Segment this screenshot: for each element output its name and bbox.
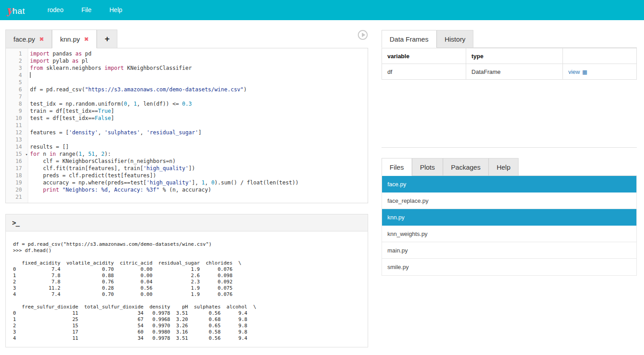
console-panel: >_ df = pd.read_csv("https://s3.amazonaw… <box>5 214 368 347</box>
line-number: 18 <box>6 172 28 179</box>
code-text <box>28 79 30 86</box>
file-list: face.pyface_replace.pyknn.pyknn_weights.… <box>382 176 637 276</box>
file-item-knn_weights.py[interactable]: knn_weights.py <box>382 226 636 242</box>
column-header: type <box>466 48 562 64</box>
menu-bar: rodeoFileHelp <box>39 0 131 20</box>
code-line: 3from sklearn.neighbors import KNeighbor… <box>6 64 368 72</box>
line-number: 20 <box>6 186 28 193</box>
tab-packages[interactable]: Packages <box>443 158 489 176</box>
line-number: 4 <box>6 72 28 79</box>
code-line: 10test = df[test_idx==False] <box>6 115 368 122</box>
table-row: dfDataFrameview▦ <box>382 64 637 80</box>
line-number: 3 <box>6 64 28 72</box>
code-line: 14results = [] <box>6 143 368 150</box>
code-text: import pylab as pl <box>28 57 88 64</box>
new-tab-button[interactable]: + <box>97 30 117 48</box>
code-line: 19 accuracy = np.where(preds==test['high… <box>6 179 368 186</box>
files-tab-bar: FilesPlotsPackagesHelp <box>382 158 637 176</box>
code-text: print "Neighbors: %d, Accuracy: %3f" % (… <box>28 186 211 193</box>
code-text: train = df[test_idx==True] <box>28 107 114 115</box>
file-item-main.py[interactable]: main.py <box>382 242 636 259</box>
code-text: results = [] <box>28 143 69 150</box>
code-line: 17 clf.fit(train[features], train['high_… <box>6 165 368 172</box>
tab-files[interactable]: Files <box>382 158 412 176</box>
plus-icon: + <box>105 34 110 44</box>
file-item-smile.py[interactable]: smile.py <box>382 259 636 275</box>
line-number: 10 <box>6 115 28 122</box>
menu-item-rodeo[interactable]: rodeo <box>39 0 73 20</box>
code-text: accuracy = np.where(preds==test['high_qu… <box>28 179 299 186</box>
code-line: 6df = pd.read_csv("https://s3.amazonaws.… <box>6 86 368 93</box>
editor-tab-knn.py[interactable]: knn.py✖ <box>52 30 97 48</box>
code-line: 12features = ['density', 'sulphates', 'r… <box>6 129 368 136</box>
table-header-row: variabletype <box>382 48 637 64</box>
code-text <box>28 193 30 201</box>
code-text: from sklearn.neighbors import KNeighbors… <box>28 64 192 72</box>
code-text: preds = clf.predict(test[features]) <box>28 172 156 179</box>
close-tab-icon[interactable]: ✖ <box>84 36 89 43</box>
dataframes-tab-bar: Data FramesHistory <box>382 30 637 48</box>
tab-history[interactable]: History <box>437 30 474 48</box>
code-line: 4 <box>6 72 368 79</box>
code-text: df = pd.read_csv("https://s3.amazonaws.c… <box>28 86 247 93</box>
console-header: >_ <box>6 214 368 231</box>
console-prompt-icon: >_ <box>12 219 19 227</box>
code-text: import pandas as pd <box>28 50 91 57</box>
line-number: 2 <box>6 57 28 64</box>
fold-arrow-icon[interactable]: ▾ <box>26 151 28 158</box>
code-line: 11 <box>6 122 368 129</box>
code-line: 13 <box>6 136 368 143</box>
file-item-face_replace.py[interactable]: face_replace.py <box>382 192 636 209</box>
code-text <box>28 136 30 143</box>
column-header: variable <box>382 48 466 64</box>
column-header <box>562 48 636 64</box>
tab-plots[interactable]: Plots <box>412 158 443 176</box>
code-line: 9train = df[test_idx==True] <box>6 107 368 115</box>
file-item-knn.py[interactable]: knn.py <box>382 209 636 226</box>
close-tab-icon[interactable]: ✖ <box>39 36 44 43</box>
code-line: 8test_idx = np.random.uniform(0, 1, len(… <box>6 100 368 107</box>
code-line: 20 print "Neighbors: %d, Accuracy: %3f" … <box>6 186 368 193</box>
line-number: 6 <box>6 86 28 93</box>
code-text: clf.fit(train[features], train['high_qua… <box>28 165 195 172</box>
code-lines: 1import pandas as pd2import pylab as pl3… <box>6 48 368 201</box>
code-text: clf = KNeighborsClassifier(n_neighbors=n… <box>28 158 176 165</box>
code-text <box>28 93 30 100</box>
text-cursor <box>30 72 30 78</box>
line-number: 8 <box>6 100 28 107</box>
code-line: 21 <box>6 193 368 201</box>
code-line: 16 clf = KNeighborsClassifier(n_neighbor… <box>6 158 368 165</box>
run-button[interactable] <box>358 30 368 40</box>
menu-item-help[interactable]: Help <box>100 0 131 20</box>
code-line: 5 <box>6 79 368 86</box>
code-line: 15▾for n in range(1, 51, 2): <box>6 150 368 158</box>
menu-item-file[interactable]: File <box>73 0 101 20</box>
line-number: 13 <box>6 136 28 143</box>
cell-variable: df <box>382 64 466 80</box>
console-output-area[interactable]: df = pd.read_csv("https://s3.amazonaws.c… <box>6 231 368 347</box>
grid-icon[interactable]: ▦ <box>582 69 587 75</box>
code-line: 7 <box>6 93 368 100</box>
editor-tab-face.py[interactable]: face.py✖ <box>5 30 52 48</box>
code-line: 1import pandas as pd <box>6 50 368 57</box>
yhat-logo[interactable]: yhat <box>6 4 25 17</box>
line-number: 11 <box>6 122 28 129</box>
logo-y: y <box>6 4 13 17</box>
play-icon <box>362 33 365 37</box>
line-number: 15▾ <box>6 150 28 158</box>
tab-help[interactable]: Help <box>489 158 519 176</box>
code-editor[interactable]: 1import pandas as pd2import pylab as pl3… <box>5 48 368 203</box>
line-number: 7 <box>6 93 28 100</box>
code-text <box>28 122 30 129</box>
tab-data-frames[interactable]: Data Frames <box>382 30 437 48</box>
top-menu-bar: yhat rodeoFileHelp <box>0 0 644 20</box>
line-number: 1 <box>6 50 28 57</box>
file-item-face.py[interactable]: face.py <box>382 176 636 192</box>
view-link[interactable]: view <box>568 68 580 75</box>
files-panel: FilesPlotsPackagesHelp face.pyface_repla… <box>382 158 637 276</box>
line-number: 16 <box>6 158 28 165</box>
code-text: test_idx = np.random.uniform(0, 1, len(d… <box>28 100 192 107</box>
line-number: 21 <box>6 193 28 201</box>
code-text <box>28 72 30 79</box>
code-line: 18 preds = clf.predict(test[features]) <box>6 172 368 179</box>
